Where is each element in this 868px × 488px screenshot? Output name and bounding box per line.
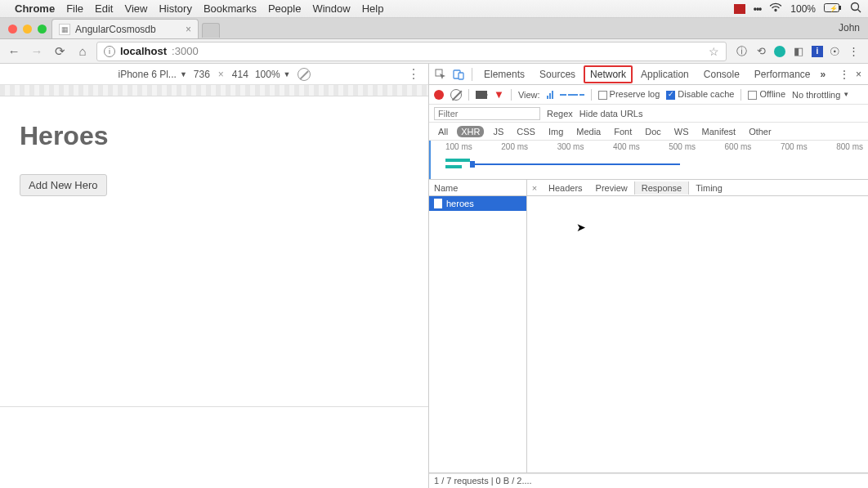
network-timeline[interactable]: 100 ms 200 ms 300 ms 400 ms 500 ms 600 m… bbox=[429, 141, 868, 180]
home-button[interactable]: ⌂ bbox=[74, 43, 92, 60]
device-x: × bbox=[218, 69, 224, 80]
menu-bookmarks[interactable]: Bookmarks bbox=[204, 2, 257, 15]
disable-cache-checkbox[interactable]: Disable cache bbox=[666, 89, 734, 100]
filter-input[interactable] bbox=[434, 107, 540, 120]
window-zoom-icon[interactable] bbox=[38, 25, 47, 34]
ext-teal-icon[interactable] bbox=[774, 46, 785, 57]
type-doc[interactable]: Doc bbox=[641, 126, 665, 137]
device-select[interactable]: iPhone 6 Pl... ▼ bbox=[118, 69, 186, 80]
request-row[interactable]: heroes bbox=[429, 196, 526, 211]
throttle-select[interactable]: No throttling ▼ bbox=[792, 90, 849, 100]
tab-close-icon[interactable]: × bbox=[186, 24, 191, 35]
menu-help[interactable]: Help bbox=[362, 2, 384, 15]
devtools-tabs: Elements Sources Network Application Con… bbox=[429, 64, 868, 85]
type-js[interactable]: JS bbox=[489, 126, 508, 137]
detail-tab-preview[interactable]: Preview bbox=[589, 181, 634, 195]
spotlight-icon[interactable] bbox=[850, 2, 861, 16]
type-media[interactable]: Media bbox=[572, 126, 605, 137]
new-tab-button[interactable] bbox=[202, 23, 220, 38]
window-minimize-icon[interactable] bbox=[23, 25, 32, 34]
menubar-app[interactable]: Chrome bbox=[15, 2, 55, 15]
device-menu-icon[interactable]: ⋮ bbox=[407, 66, 420, 82]
view-label: View: bbox=[518, 90, 540, 100]
detail-tab-headers[interactable]: Headers bbox=[542, 181, 589, 195]
ext-blue-icon[interactable]: i bbox=[812, 46, 823, 57]
detail-tab-timing[interactable]: Timing bbox=[689, 181, 729, 195]
mouse-cursor-icon: ➤ bbox=[576, 221, 586, 234]
svg-rect-7 bbox=[459, 73, 463, 79]
hide-data-checkbox[interactable]: Hide data URLs bbox=[579, 109, 643, 119]
svg-rect-1 bbox=[839, 6, 841, 10]
detail-tab-response[interactable]: Response bbox=[634, 181, 690, 195]
device-width[interactable]: 736 bbox=[194, 69, 210, 80]
type-manifest[interactable]: Manifest bbox=[698, 126, 740, 137]
request-detail: × Headers Preview Response Timing ➤ bbox=[527, 180, 868, 472]
large-rows-icon[interactable] bbox=[547, 91, 553, 99]
type-font[interactable]: Font bbox=[610, 126, 636, 137]
ext-info-icon[interactable]: ⓘ bbox=[735, 45, 748, 58]
type-img[interactable]: Img bbox=[544, 126, 567, 137]
menu-window[interactable]: Window bbox=[312, 2, 350, 15]
type-all[interactable]: All bbox=[434, 126, 452, 137]
tab-network[interactable]: Network bbox=[584, 65, 633, 83]
offline-checkbox[interactable]: Offline bbox=[748, 89, 785, 100]
tab-performance[interactable]: Performance bbox=[748, 65, 817, 83]
window-close-icon[interactable] bbox=[8, 25, 17, 34]
extension-area: ⓘ ⟲ ◧ i ☉ ⋮ bbox=[732, 45, 863, 58]
wifi-icon[interactable] bbox=[769, 2, 782, 15]
device-mode-icon[interactable] bbox=[450, 69, 467, 80]
inspect-element-icon[interactable] bbox=[432, 69, 449, 80]
svg-point-3 bbox=[852, 3, 859, 11]
menu-view[interactable]: View bbox=[124, 2, 147, 15]
regex-checkbox[interactable]: Regex bbox=[547, 109, 573, 119]
preserve-log-checkbox[interactable]: Preserve log bbox=[598, 89, 660, 100]
browser-tab[interactable]: ▦ AngularCosmosdb × bbox=[51, 19, 199, 38]
ext-reload-icon[interactable]: ⟲ bbox=[754, 45, 767, 58]
macos-menubar: Chrome File Edit View History Bookmarks … bbox=[0, 0, 868, 18]
file-icon bbox=[434, 199, 442, 208]
svg-line-4 bbox=[858, 10, 861, 13]
rotate-icon[interactable] bbox=[298, 68, 311, 81]
network-filterbar: Regex Hide data URLs bbox=[429, 105, 868, 123]
page-viewport: iPhone 6 Pl... ▼ 736 × 414 100% ▼ ⋮ Hero… bbox=[0, 64, 429, 488]
type-css[interactable]: CSS bbox=[512, 126, 539, 137]
menu-history[interactable]: History bbox=[159, 2, 191, 15]
tab-console[interactable]: Console bbox=[697, 65, 746, 83]
add-hero-button[interactable]: Add New Hero bbox=[20, 174, 107, 196]
tab-title: AngularCosmosdb bbox=[75, 24, 156, 35]
chrome-menu-icon[interactable]: ⋮ bbox=[847, 45, 860, 58]
tab-elements[interactable]: Elements bbox=[477, 65, 531, 83]
clear-icon[interactable] bbox=[450, 89, 462, 101]
tab-application[interactable]: Application bbox=[634, 65, 696, 83]
chrome-profile[interactable]: John bbox=[839, 22, 860, 34]
reload-button[interactable]: ⟳ bbox=[51, 43, 69, 60]
ext-page-icon[interactable]: ◧ bbox=[792, 45, 805, 58]
address-bar[interactable]: i localhost:3000 ☆ bbox=[96, 42, 727, 61]
menubar-dots-icon[interactable]: ••• bbox=[754, 3, 762, 15]
tab-sources[interactable]: Sources bbox=[533, 65, 582, 83]
name-column-header[interactable]: Name bbox=[429, 180, 526, 196]
site-info-icon[interactable]: i bbox=[104, 46, 115, 57]
devtools-close-icon[interactable]: × bbox=[856, 69, 861, 80]
tabs-overflow-icon[interactable]: » bbox=[821, 69, 826, 80]
device-height[interactable]: 414 bbox=[232, 69, 248, 80]
record-icon[interactable] bbox=[434, 90, 444, 100]
network-toolbar: ▼ View: Preserve log Disable cache Offli… bbox=[429, 85, 868, 105]
type-ws[interactable]: WS bbox=[670, 126, 693, 137]
filter-icon[interactable]: ▼ bbox=[494, 88, 504, 101]
response-body: ➤ bbox=[527, 196, 868, 472]
detail-close-icon[interactable]: × bbox=[527, 183, 542, 193]
ext-eye-icon[interactable]: ☉ bbox=[830, 45, 840, 58]
screenshot-icon[interactable] bbox=[476, 91, 487, 99]
devtools-menu-icon[interactable]: ⋮ bbox=[839, 69, 849, 80]
status-indicator-icon[interactable] bbox=[734, 4, 745, 14]
type-xhr[interactable]: XHR bbox=[457, 126, 484, 137]
waterfall-icon[interactable] bbox=[560, 94, 584, 96]
device-zoom[interactable]: 100% ▼ bbox=[255, 69, 291, 80]
menu-edit[interactable]: Edit bbox=[95, 2, 113, 15]
back-button[interactable]: ← bbox=[5, 43, 23, 60]
menu-file[interactable]: File bbox=[66, 2, 83, 15]
bookmark-star-icon[interactable]: ☆ bbox=[709, 45, 719, 58]
menu-people[interactable]: People bbox=[268, 2, 301, 15]
type-other[interactable]: Other bbox=[745, 126, 776, 137]
